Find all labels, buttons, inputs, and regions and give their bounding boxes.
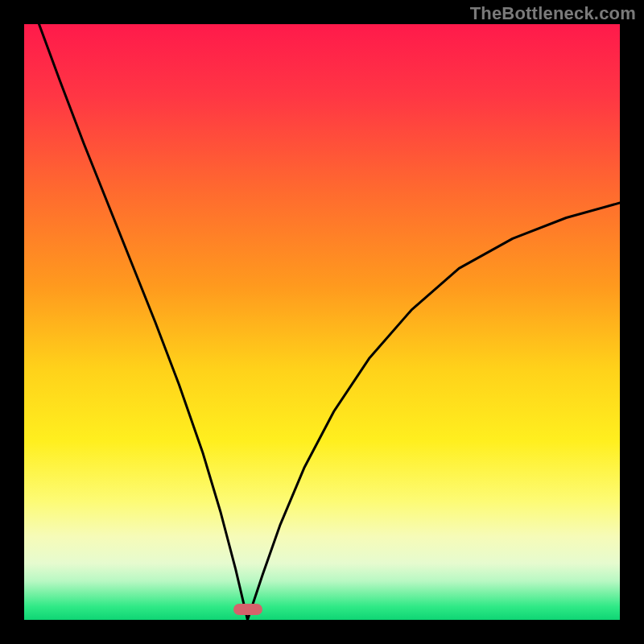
chart-outer-frame: TheBottleneck.com xyxy=(0,0,644,644)
optimum-marker xyxy=(233,604,262,615)
chart-plot-area xyxy=(24,24,620,620)
bottleneck-curve xyxy=(24,24,620,620)
watermark-label: TheBottleneck.com xyxy=(470,3,636,24)
curve-right-branch xyxy=(248,203,621,620)
curve-left-branch xyxy=(39,24,248,620)
